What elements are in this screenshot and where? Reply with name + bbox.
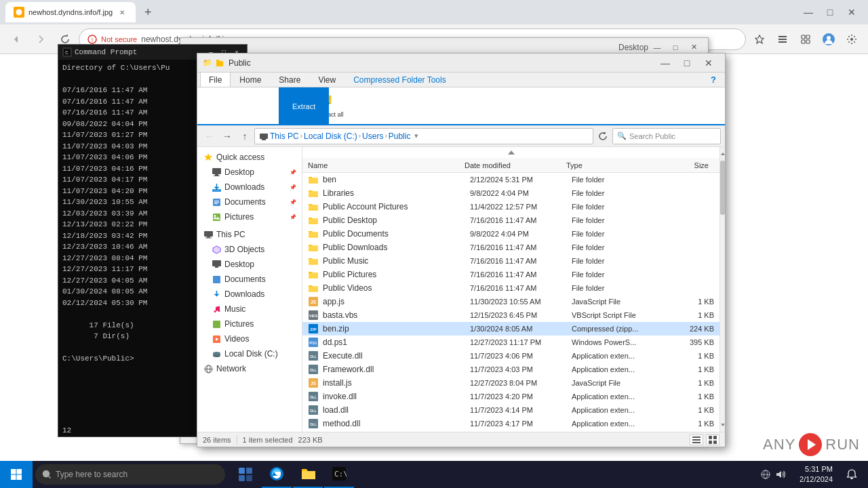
collections-button[interactable] — [795, 28, 816, 50]
browser-maximize[interactable]: □ — [819, 3, 841, 22]
file-row-pubdesktop[interactable]: Public Desktop 7/16/2016 11:47 AM File f… — [302, 214, 719, 227]
bg-maximize[interactable]: □ — [667, 41, 684, 54]
sidebar-localdisk[interactable]: Local Disk (C:) — [197, 346, 302, 361]
breadcrumb-localdisk[interactable]: Local Disk (C:) — [304, 131, 357, 141]
file-row-frameworkdll[interactable]: DLL Framework.dll 11/7/2023 4:03 PM Appl… — [302, 363, 719, 376]
nav-forward-button[interactable]: → — [219, 128, 235, 144]
nav-back-button[interactable]: ← — [201, 128, 218, 144]
file-row-pubdocs[interactable]: Public Documents 9/8/2022 4:04 PM File f… — [302, 227, 719, 241]
sidebar-3dobjects[interactable]: 3D Objects — [197, 242, 302, 257]
file-row-pubvideos[interactable]: Public Videos 7/16/2016 11:47 AM File fo… — [302, 281, 719, 295]
file-row-pubdownloads[interactable]: Public Downloads 7/16/2016 11:47 AM File… — [302, 241, 719, 254]
sidebar-desktop[interactable]: Desktop 📌 — [197, 165, 302, 180]
file-row-benzip[interactable]: ZIP ben.zip 1/30/2024 8:05 AM Compressed… — [302, 322, 719, 336]
scrollbar[interactable] — [719, 147, 725, 432]
edge-button[interactable] — [262, 461, 292, 488]
status-selected: 1 item selected — [243, 436, 293, 444]
file-row-ddps1[interactable]: PS1 dd.ps1 12/27/2023 11:17 PM Windows P… — [302, 336, 719, 349]
file-row-libraries[interactable]: Libraries 9/8/2022 4:04 PM File folder — [302, 186, 719, 200]
bg-close[interactable]: ✕ — [685, 41, 703, 54]
nav-up-button[interactable]: ↑ — [237, 128, 253, 144]
sidebar-pc-documents[interactable]: Documents — [197, 272, 302, 287]
tab-share[interactable]: Share — [270, 72, 309, 87]
minimize-button[interactable]: — — [654, 54, 676, 73]
help-button[interactable]: ? — [705, 72, 722, 87]
settings-button[interactable] — [841, 28, 863, 50]
file-row-pubpictures[interactable]: Public Pictures 7/16/2016 11:47 AM File … — [302, 268, 719, 281]
svg-rect-18 — [215, 174, 218, 176]
breadcrumb-thispc[interactable]: This PC — [270, 131, 299, 141]
svg-rect-70 — [713, 441, 717, 444]
file-explorer-button[interactable] — [293, 461, 323, 488]
file-row-loaddll[interactable]: DLL load.dll 11/7/2023 4:14 PM Applicati… — [302, 403, 719, 417]
file-name-appjs: app.js — [323, 297, 470, 306]
breadcrumb-public[interactable]: Public — [389, 131, 411, 141]
file-row-pubaccount[interactable]: Public Account Pictures 11/4/2022 12:57 … — [302, 200, 719, 214]
browser-minimize[interactable]: — — [797, 3, 819, 22]
breadcrumb-dropdown[interactable]: ▾ — [414, 131, 418, 140]
sidebar-downloads[interactable]: Downloads 📌 — [197, 180, 302, 195]
details-view-button[interactable] — [690, 434, 703, 445]
file-row-invokedll[interactable]: DLL invoke.dll 11/7/2023 4:20 PM Applica… — [302, 390, 719, 403]
file-row-methoddll[interactable]: DLL method.dll 11/7/2023 4:17 PM Applica… — [302, 417, 719, 430]
search-box[interactable]: 🔍 Search Public — [612, 128, 721, 144]
tab-view[interactable]: View — [309, 72, 344, 87]
tab-file[interactable]: File — [200, 72, 231, 87]
task-view-button[interactable] — [231, 461, 260, 488]
file-row-executedll[interactable]: DLL Execute.dll 11/7/2023 4:06 PM Applic… — [302, 349, 719, 363]
profile-button[interactable] — [818, 28, 840, 50]
tab-compressed[interactable]: Compressed Folder Tools — [344, 72, 455, 87]
sidebar-videos[interactable]: Videos — [197, 331, 302, 346]
sidebar-quick-access[interactable]: Quick access — [197, 150, 302, 165]
sidebar-this-pc[interactable]: This PC — [197, 227, 302, 242]
col-type[interactable]: Type — [566, 161, 661, 169]
sidebar-videos-label: Videos — [224, 334, 249, 344]
scroll-up-arrow[interactable] — [720, 147, 725, 161]
svg-text:PS1: PS1 — [309, 341, 317, 345]
back-button[interactable] — [5, 28, 27, 50]
tab-close-button[interactable]: ✕ — [117, 7, 127, 18]
file-date-libraries: 9/8/2022 4:04 PM — [470, 189, 572, 197]
taskbar-search[interactable]: Type here to search — [35, 464, 225, 485]
terminal-button[interactable]: C:\> — [324, 461, 354, 488]
file-row-appjs[interactable]: JS app.js 11/30/2023 10:55 AM JavaScript… — [302, 295, 719, 308]
tray-clock[interactable]: 5:31 PM 2/12/2024 — [794, 464, 838, 485]
breadcrumb-users[interactable]: Users — [362, 131, 383, 141]
col-date-modified[interactable]: Date modified — [465, 161, 566, 169]
file-row-installjs[interactable]: JS install.js 12/27/2023 8:04 PM JavaScr… — [302, 376, 719, 390]
file-row-bastabs[interactable]: VBS basta.vbs 12/15/2023 6:45 PM VBScrip… — [302, 308, 719, 322]
close-button[interactable]: ✕ — [698, 54, 719, 73]
clock-date: 2/12/2024 — [800, 474, 833, 485]
file-row-ben[interactable]: ben 2/12/2024 5:31 PM File folder — [302, 173, 719, 186]
col-size[interactable]: Size — [661, 161, 709, 169]
sidebar-pc-desktop[interactable]: Desktop — [197, 257, 302, 272]
scroll-up[interactable] — [302, 147, 719, 158]
content-view-button[interactable] — [706, 434, 719, 445]
tab-home[interactable]: Home — [231, 72, 270, 87]
sidebar-music[interactable]: Music — [197, 302, 302, 317]
favorites-bar-button[interactable] — [772, 28, 793, 50]
svg-rect-6 — [778, 41, 787, 43]
sidebar-pc-downloads[interactable]: Downloads — [197, 287, 302, 302]
new-tab-button[interactable]: + — [138, 3, 157, 22]
sidebar-pc-pictures[interactable]: Pictures — [197, 317, 302, 331]
sidebar-network[interactable]: Network — [197, 361, 302, 376]
browser-tab[interactable]: newhost.dyndns.info/f.jpg ✕ — [5, 2, 136, 22]
start-button[interactable] — [0, 461, 33, 488]
forward-button[interactable] — [30, 28, 52, 50]
browser-close[interactable]: ✕ — [841, 3, 863, 22]
taskbar: Type here to search — [0, 461, 868, 488]
scrollbar-thumb[interactable] — [720, 161, 725, 215]
favorites-button[interactable] — [749, 28, 770, 50]
bg-minimize[interactable]: — — [648, 41, 666, 54]
refresh-button[interactable] — [595, 128, 611, 144]
maximize-button[interactable]: □ — [676, 54, 698, 73]
sidebar-pictures[interactable]: Pictures 📌 — [197, 209, 302, 224]
scroll-down-arrow[interactable] — [720, 418, 725, 432]
breadcrumb-pc-icon — [259, 131, 269, 141]
notification-button[interactable] — [841, 461, 863, 488]
sidebar-documents[interactable]: Documents 📌 — [197, 195, 302, 209]
svg-point-79 — [43, 471, 50, 477]
file-row-pubmusic[interactable]: Public Music 7/16/2016 11:47 AM File fol… — [302, 254, 719, 268]
col-name[interactable]: Name — [308, 161, 465, 169]
